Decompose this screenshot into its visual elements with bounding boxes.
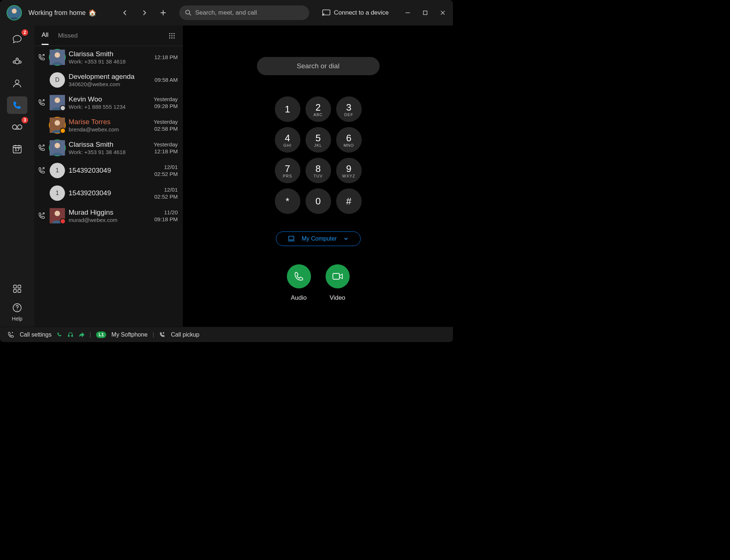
apps-icon	[13, 284, 22, 293]
call-row[interactable]: Clarissa SmithWork: +353 91 38 4618Yeste…	[34, 137, 183, 159]
caller-name: Clarissa Smith	[69, 50, 151, 58]
nav-help[interactable]	[7, 302, 27, 314]
title-bar: Working from home 🏠 Search, meet, and ca…	[0, 0, 453, 26]
contact-icon	[12, 78, 22, 88]
keypad-key-5[interactable]: 5JKL	[306, 127, 331, 153]
call-row[interactable]: DDevelopment agenda340620@webex.com09:58…	[34, 69, 183, 91]
caller-detail: brenda@webex.com	[69, 126, 150, 133]
nav-voicemail[interactable]: 3	[7, 118, 27, 136]
call-row[interactable]: Marise Torresbrenda@webex.comYesterday02…	[34, 114, 183, 137]
svg-point-6	[16, 58, 18, 60]
caller-name: 15439203049	[69, 189, 151, 197]
call-row[interactable]: Clarissa SmithWork: +353 91 38 461812:18…	[34, 46, 183, 69]
tab-missed[interactable]: Missed	[58, 32, 78, 45]
caller-name: Development agenda	[69, 72, 151, 81]
keypad-key-2[interactable]: 2ABC	[306, 96, 331, 122]
search-placeholder: Search, meet, and call	[195, 9, 257, 16]
main-body: 2 3 17	[0, 26, 453, 327]
video-call-button[interactable]: Video	[326, 264, 350, 302]
call-timestamp: 12/0102:52 PM	[154, 186, 178, 200]
keypad-key-7[interactable]: 7PRS	[275, 158, 300, 183]
call-direction-icon	[37, 53, 46, 61]
audio-device-selector[interactable]: My Computer	[276, 231, 361, 246]
call-buttons: Audio Video	[287, 264, 350, 302]
call-tabs: All Missed	[34, 26, 183, 46]
keypad-key-9[interactable]: 9WXYZ	[336, 158, 362, 183]
svg-point-11	[18, 125, 22, 129]
keypad-key-0[interactable]: 0	[306, 188, 331, 214]
svg-point-29	[55, 52, 60, 58]
nav-teams[interactable]	[7, 53, 27, 70]
audio-call-button[interactable]: Audio	[287, 264, 311, 302]
global-search[interactable]: Search, meet, and call	[179, 5, 309, 20]
svg-rect-13	[14, 285, 16, 288]
svg-point-10	[12, 125, 17, 129]
svg-rect-41	[72, 335, 73, 337]
status-headset-icon	[68, 332, 73, 338]
caller-name: Marise Torres	[69, 118, 150, 126]
call-row[interactable]: 11543920304912/0102:52 PM	[34, 159, 183, 182]
nav-apps[interactable]	[7, 280, 27, 298]
svg-point-23	[171, 35, 172, 36]
svg-point-37	[55, 211, 60, 216]
svg-point-18	[17, 310, 18, 310]
cast-icon	[322, 9, 330, 16]
svg-rect-5	[423, 11, 427, 15]
keypad-key-#[interactable]: #	[336, 188, 362, 214]
call-timestamp: Yesterday02:58 PM	[154, 118, 178, 133]
presence-status[interactable]: Working from home 🏠	[28, 9, 96, 17]
call-row[interactable]: Murad Higginsmurad@webex.com11/2009:18 P…	[34, 204, 183, 227]
svg-rect-39	[333, 273, 339, 279]
svg-point-27	[173, 37, 174, 38]
tab-all[interactable]: All	[42, 31, 49, 45]
keypad-key-1[interactable]: 1	[275, 96, 300, 122]
call-row[interactable]: 11543920304912/0102:52 PM	[34, 182, 183, 204]
profile-avatar[interactable]	[7, 5, 22, 20]
caller-name: Murad Higgins	[69, 208, 151, 217]
nav-contacts[interactable]	[7, 74, 27, 92]
caller-name: Clarissa Smith	[69, 140, 150, 149]
nav-buttons	[119, 6, 170, 19]
caller-detail: Work: +1 888 555 1234	[69, 104, 150, 110]
svg-point-20	[171, 33, 172, 34]
status-bar: Call settings | L1 My Softphone | Call p…	[0, 327, 453, 342]
line-badge[interactable]: L1	[96, 331, 106, 338]
nav-meetings[interactable]: 17	[7, 140, 27, 158]
keypad-key-*[interactable]: *	[275, 188, 300, 214]
chat-badge: 2	[22, 29, 28, 36]
connect-device-button[interactable]: Connect to a device	[322, 9, 389, 16]
call-pickup-link[interactable]: Call pickup	[171, 331, 199, 338]
laptop-icon	[288, 236, 295, 242]
nav-messaging[interactable]: 2	[7, 31, 27, 48]
caller-avatar	[50, 95, 65, 110]
nav-rail: 2 3 17	[0, 26, 34, 327]
back-button[interactable]	[119, 6, 132, 19]
dialpad-toggle-icon[interactable]	[168, 32, 176, 39]
svg-rect-14	[18, 285, 21, 288]
keypad-key-4[interactable]: 4GHI	[275, 127, 300, 153]
maximize-button[interactable]	[422, 9, 429, 16]
help-label: Help	[12, 316, 23, 322]
svg-point-2	[186, 10, 190, 14]
caller-name: Kevin Woo	[69, 95, 150, 104]
forward-button[interactable]	[138, 6, 151, 19]
minimize-button[interactable]	[404, 9, 411, 16]
close-button[interactable]	[439, 9, 446, 16]
call-direction-icon	[37, 212, 46, 220]
call-row[interactable]: Kevin WooWork: +1 888 555 1234Yesterday0…	[34, 91, 183, 114]
caller-avatar: 1	[50, 185, 65, 201]
svg-point-33	[55, 120, 60, 126]
call-settings-link[interactable]: Call settings	[20, 331, 51, 338]
svg-rect-15	[14, 289, 16, 292]
add-button[interactable]	[157, 6, 170, 19]
nav-calling[interactable]	[7, 96, 27, 114]
call-direction-icon	[37, 166, 46, 174]
softphone-label[interactable]: My Softphone	[111, 331, 147, 338]
keypad-key-3[interactable]: 3DEF	[336, 96, 362, 122]
phone-icon	[12, 100, 22, 110]
keypad-key-6[interactable]: 6MNO	[336, 127, 362, 153]
svg-point-22	[169, 35, 170, 36]
keypad-key-8[interactable]: 8TUV	[306, 158, 331, 183]
dial-keypad: 12ABC3DEF4GHI5JKL6MNO7PRS8TUV9WXYZ*0#	[275, 96, 362, 214]
dial-search-input[interactable]: Search or dial	[257, 57, 380, 75]
